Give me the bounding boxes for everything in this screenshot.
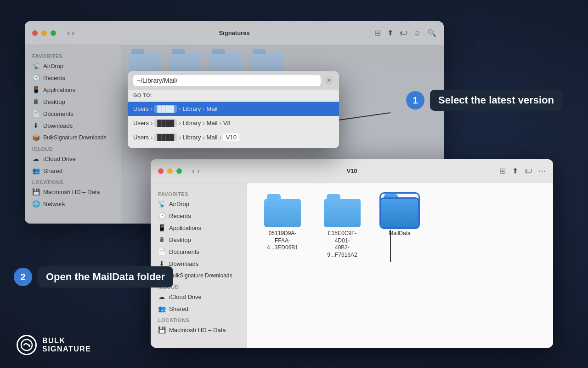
- fullscreen-button[interactable]: [51, 30, 56, 36]
- window-body-front: Favorites 📡 AirDrop 🕐 Recents 📱 Applicat…: [151, 183, 553, 348]
- goto-label: Go to:: [128, 90, 339, 100]
- documents-label: Documents: [43, 110, 74, 117]
- folder-item-1[interactable]: 05119D9A-FFAA-4...3ED06B1: [262, 194, 303, 252]
- folder-label-2: E15E0C9F-4D01-40B2-9...F7616A2: [322, 230, 363, 259]
- bulksig-icon: 📦: [32, 134, 40, 141]
- close-button[interactable]: [32, 30, 38, 36]
- brand: BULK SIGNATURE: [17, 335, 91, 355]
- row2-v8: V8: [223, 120, 231, 126]
- sidebar-front-macintosh[interactable]: 💾 Macintosh HD – Data: [151, 324, 247, 336]
- minimize-button-front[interactable]: [167, 168, 173, 174]
- sidebar-front-recents[interactable]: 🕐 Recents: [151, 210, 247, 222]
- applications-icon: 📱: [32, 86, 40, 93]
- sidebar-front-applications[interactable]: 📱 Applications: [151, 222, 247, 234]
- desktop-label: Desktop: [43, 98, 65, 105]
- tag-icon[interactable]: 🏷: [400, 29, 407, 37]
- row1-part3: Library: [182, 105, 201, 112]
- toolbar-right-front: ⊞ ⬆ 🏷 ⋯: [500, 167, 546, 175]
- sidebar-item-shared[interactable]: 👥 Shared: [25, 165, 121, 177]
- toolbar-right-bg: ⊞ ⬆ 🏷 ☺ 🔍: [375, 29, 436, 37]
- documents-icon: 📄: [32, 110, 40, 117]
- row2-part4: Mail: [207, 120, 218, 126]
- forward-arrow-icon[interactable]: ›: [72, 28, 74, 38]
- callout-1: 1 Select the latest version: [406, 90, 562, 111]
- documents-label-front: Documents: [169, 248, 199, 255]
- grid-view-icon[interactable]: ⊞: [375, 29, 381, 37]
- forward-icon-front[interactable]: ›: [197, 167, 199, 175]
- folder-tab-maildata: [384, 194, 398, 201]
- nav-arrows: ‹ ›: [67, 28, 74, 38]
- goto-dialog: ~/Library/Mail/ ✕ Go to: Users › ████ › …: [128, 71, 339, 148]
- dialog-header: ~/Library/Mail/ ✕: [128, 71, 339, 90]
- minimize-button[interactable]: [41, 30, 47, 36]
- back-icon-front[interactable]: ‹: [192, 167, 194, 175]
- row3-sep2: ›: [179, 134, 181, 141]
- sidebar-front-documents[interactable]: 📄 Documents: [151, 246, 247, 258]
- more-icon[interactable]: ☺: [413, 29, 421, 37]
- brand-sub: SIGNATURE: [42, 345, 91, 353]
- row3-sep1: ›: [151, 134, 153, 141]
- sidebar-item-recents[interactable]: 🕐 Recents: [25, 72, 121, 84]
- sidebar-item-applications[interactable]: 📱 Applications: [25, 84, 121, 96]
- sidebar-bg: Favorites 📡 AirDrop 🕐 Recents 📱 Applicat…: [25, 45, 121, 224]
- sidebar-front-shared[interactable]: 👥 Shared: [151, 303, 247, 315]
- callout-2-text: Open the MailData folder: [38, 266, 173, 288]
- dialog-input-value: ~/Library/Mail/: [137, 77, 177, 84]
- brand-name: BULK: [42, 337, 91, 345]
- sidebar-item-documents[interactable]: 📄 Documents: [25, 108, 121, 120]
- folder-body-1: [264, 199, 301, 227]
- row2-sep2: ›: [179, 120, 181, 126]
- dialog-close-button[interactable]: ✕: [324, 76, 334, 85]
- dialog-row-2[interactable]: Users › ████ › Library › Mail › V8: [128, 116, 339, 130]
- folder-item-2[interactable]: E15E0C9F-4D01-40B2-9...F7616A2: [322, 194, 363, 259]
- grid-icon-front[interactable]: ⊞: [500, 167, 506, 175]
- sidebar-item-bulksig[interactable]: 📦 BulkSignature Downloads: [25, 132, 121, 144]
- more-icon-front[interactable]: ⋯: [538, 167, 546, 175]
- sidebar-front-desktop[interactable]: 🖥 Desktop: [151, 234, 247, 246]
- downloads-label: Downloads: [43, 122, 73, 129]
- shared-label: Shared: [43, 167, 62, 174]
- folder-item-maildata[interactable]: MailData: [381, 194, 418, 237]
- dialog-input[interactable]: ~/Library/Mail/: [133, 75, 321, 86]
- callout-1-text: Select the latest version: [430, 90, 562, 111]
- search-icon[interactable]: 🔍: [427, 29, 436, 37]
- sidebar-front-icloud[interactable]: ☁ iCloud Drive: [151, 291, 247, 303]
- airdrop-icon: 📡: [32, 62, 40, 69]
- dialog-row-3[interactable]: Users › ████ › Library › Mail › V10: [128, 130, 339, 144]
- bulksig-label-front: BulkSignature Downloads: [169, 272, 232, 279]
- network-icon: 🌐: [32, 200, 40, 207]
- shared-icon: 👥: [32, 167, 40, 174]
- row3-part2: ████: [154, 133, 177, 141]
- favorites-label-front: Favorites: [151, 189, 247, 198]
- dialog-row-1[interactable]: Users › ████ › Library › Mail: [128, 102, 339, 116]
- sidebar-item-macintosh[interactable]: 💾 Macintosh HD – Data: [25, 186, 121, 198]
- shared-icon-front: 👥: [158, 305, 165, 312]
- desktop-icon-front: 🖥: [158, 236, 165, 243]
- fullscreen-button-front[interactable]: [176, 168, 182, 174]
- row2-part1: Users: [133, 120, 149, 126]
- recents-label: Recents: [43, 75, 65, 81]
- close-button-front[interactable]: [158, 168, 164, 174]
- bulksig-label: BulkSignature Downloads: [43, 134, 106, 141]
- window-title-front: V10: [346, 167, 357, 174]
- sidebar-item-icloud[interactable]: ☁ iCloud Drive: [25, 153, 121, 165]
- row1-part2: ████: [154, 105, 177, 113]
- icloud-icon: ☁: [32, 155, 40, 162]
- folder-icon-2: [324, 194, 361, 227]
- sidebar-item-desktop[interactable]: 🖥 Desktop: [25, 96, 121, 108]
- share-icon-front[interactable]: ⬆: [512, 167, 518, 175]
- share-icon[interactable]: ⬆: [387, 29, 393, 37]
- content-front: 05119D9A-FFAA-4...3ED06B1 E15E0C9F-4D01-…: [247, 183, 553, 348]
- dialog-list: Users › ████ › Library › Mail Users › ██…: [128, 100, 339, 148]
- tag-icon-front[interactable]: 🏷: [525, 167, 532, 175]
- callout-1-number: 1: [406, 91, 424, 109]
- back-arrow-icon[interactable]: ‹: [67, 28, 70, 38]
- folder-label-maildata: MailData: [389, 230, 410, 237]
- sidebar-item-network[interactable]: 🌐 Network: [25, 198, 121, 210]
- documents-icon-front: 📄: [158, 248, 165, 255]
- sidebar-front-airdrop[interactable]: 📡 AirDrop: [151, 198, 247, 210]
- finder-window-front: ‹ › V10 ⊞ ⬆ 🏷 ⋯ Favorites 📡 AirDrop 🕐 Re…: [151, 159, 553, 348]
- sidebar-item-airdrop[interactable]: 📡 AirDrop: [25, 60, 121, 72]
- sidebar-item-downloads[interactable]: ⬇ Downloads: [25, 120, 121, 132]
- row2-part3: Library: [182, 120, 201, 126]
